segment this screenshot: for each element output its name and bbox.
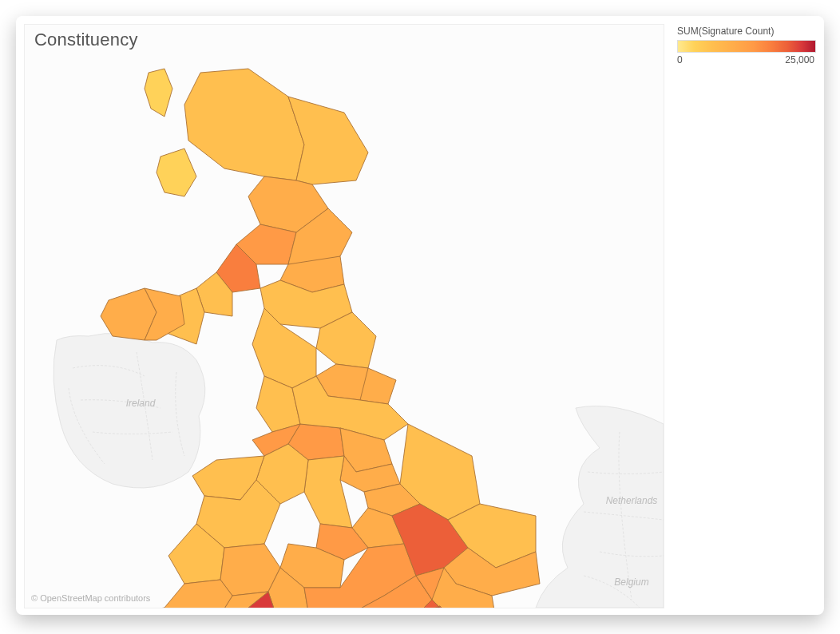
region-scot-outer-heb[interactable] — [145, 69, 172, 117]
legend-gradient-bar — [677, 40, 816, 53]
legend-scale: 0 25,000 — [677, 54, 814, 65]
ireland-landmass — [53, 333, 205, 488]
color-legend[interactable]: SUM(Signature Count) 0 25,000 — [677, 26, 814, 65]
legend-min: 0 — [677, 54, 683, 65]
belgium-label: Belgium — [614, 577, 648, 588]
region-sw-devon[interactable] — [164, 580, 232, 608]
viz-card: Constituency Ireland Netherlands Belgium… — [16, 16, 824, 615]
map-pane[interactable]: Constituency Ireland Netherlands Belgium… — [24, 24, 664, 608]
region-scot-highlands[interactable] — [184, 69, 304, 180]
uk-constituencies-layer[interactable] — [101, 69, 540, 608]
map-attribution: © OpenStreetMap contributors — [31, 593, 150, 603]
region-scot-inner-heb[interactable] — [157, 149, 196, 196]
netherlands-label: Netherlands — [606, 495, 658, 506]
ireland-label: Ireland — [126, 398, 156, 409]
legend-title: SUM(Signature Count) — [677, 26, 814, 37]
choropleth-map[interactable]: Ireland Netherlands Belgium — [25, 25, 664, 608]
legend-max: 25,000 — [785, 54, 814, 65]
